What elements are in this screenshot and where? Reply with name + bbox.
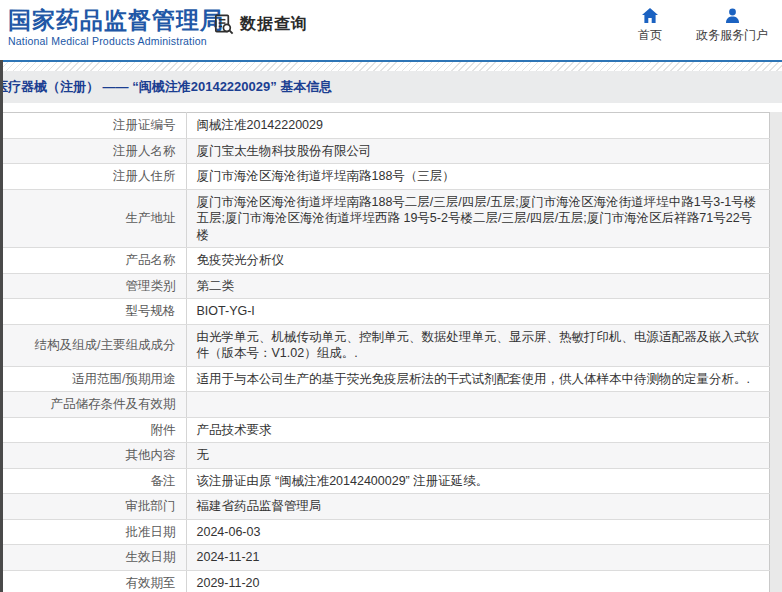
nmpa-logo[interactable]: 国家药品监督管理局 National Medical Products Admi… xyxy=(8,7,224,47)
table-row: 生效日期2024-11-21 xyxy=(0,545,770,571)
breadcrumb-band: 医疗器械（注册） —— “闽械注准20142220029” 基本信息 xyxy=(0,71,782,103)
row-label: 注册人名称 xyxy=(0,138,186,164)
row-value: 厦门宝太生物科技股份有限公司 xyxy=(186,138,770,164)
row-value: 适用于与本公司生产的基于荧光免疫层析法的干式试剂配套使用，供人体样本中待测物的定… xyxy=(186,366,770,392)
data-query-tab[interactable]: 数据查询 xyxy=(212,13,308,36)
row-value: 厦门市海沧区海沧街道坪埕南路188号二层/三层/四层/五层;厦门市海沧区海沧街道… xyxy=(186,189,770,248)
table-row: 管理类别第二类 xyxy=(0,273,770,299)
row-value: 厦门市海沧区海沧街道坪埕南路188号（三层） xyxy=(186,164,770,190)
row-label: 批准日期 xyxy=(0,519,186,545)
table-row: 产品名称免疫荧光分析仪 xyxy=(0,248,770,274)
row-label: 其他内容 xyxy=(0,443,186,469)
content-area: 注册证编号闽械注准20142220029注册人名称厦门宝太生物科技股份有限公司注… xyxy=(0,112,782,592)
nav-gov-portal[interactable]: 政务服务门户 xyxy=(696,8,768,44)
table-row: 审批部门福建省药品监督管理局 xyxy=(0,494,770,520)
table-row: 生产地址厦门市海沧区海沧街道坪埕南路188号二层/三层/四层/五层;厦门市海沧区… xyxy=(0,189,770,248)
table-row: 注册人住所厦门市海沧区海沧街道坪埕南路188号（三层） xyxy=(0,164,770,190)
row-value xyxy=(186,392,770,418)
row-value: 第二类 xyxy=(186,273,770,299)
row-label: 生效日期 xyxy=(0,545,186,571)
content-gap xyxy=(0,103,782,112)
row-value: 由光学单元、机械传动单元、控制单元、数据处理单元、显示屏、热敏打印机、电源适配器… xyxy=(186,324,770,366)
row-value: 2024-11-21 xyxy=(186,545,770,571)
row-value: 该注册证由原 “闽械注准20142400029” 注册证延续。 xyxy=(186,468,770,494)
person-icon xyxy=(725,8,740,23)
row-label: 有效期至 xyxy=(0,570,186,592)
row-label: 生产地址 xyxy=(0,189,186,248)
row-label: 审批部门 xyxy=(0,494,186,520)
row-label: 适用范围/预期用途 xyxy=(0,366,186,392)
row-value: 2029-11-20 xyxy=(186,570,770,592)
table-row: 型号规格BIOT-YG-I xyxy=(0,299,770,325)
row-value: 福建省药品监督管理局 xyxy=(186,494,770,520)
table-row: 批准日期2024-06-03 xyxy=(0,519,770,545)
row-value: 无 xyxy=(186,443,770,469)
row-value: 免疫荧光分析仪 xyxy=(186,248,770,274)
row-label: 备注 xyxy=(0,468,186,494)
table-row: 备注该注册证由原 “闽械注准20142400029” 注册证延续。 xyxy=(0,468,770,494)
row-value: BIOT-YG-I xyxy=(186,299,770,325)
table-row: 结构及组成/主要组成成分由光学单元、机械传动单元、控制单元、数据处理单元、显示屏… xyxy=(0,324,770,366)
breadcrumb: 医疗器械（注册） —— “闽械注准20142220029” 基本信息 xyxy=(0,78,332,96)
page: 国家药品监督管理局 National Medical Products Admi… xyxy=(0,0,782,592)
data-query-label: 数据查询 xyxy=(240,14,308,35)
row-label: 附件 xyxy=(0,417,186,443)
row-label: 注册证编号 xyxy=(0,113,186,139)
home-icon xyxy=(642,8,658,23)
info-table-body: 注册证编号闽械注准20142220029注册人名称厦门宝太生物科技股份有限公司注… xyxy=(0,113,770,592)
logo-subtitle: National Medical Products Administration xyxy=(8,35,224,47)
table-row: 附件产品技术要求 xyxy=(0,417,770,443)
table-row: 产品储存条件及有效期 xyxy=(0,392,770,418)
row-value: 闽械注准20142220029 xyxy=(186,113,770,139)
striped-divider xyxy=(0,62,782,71)
row-label: 型号规格 xyxy=(0,299,186,325)
table-row: 其他内容无 xyxy=(0,443,770,469)
logo-title: 国家药品监督管理局 xyxy=(8,7,224,33)
table-row: 适用范围/预期用途适用于与本公司生产的基于荧光免疫层析法的干式试剂配套使用，供人… xyxy=(0,366,770,392)
nav-home-label: 首页 xyxy=(638,27,662,44)
top-nav: 首页 政务服务门户 xyxy=(638,8,768,44)
table-row: 注册人名称厦门宝太生物科技股份有限公司 xyxy=(0,138,770,164)
document-search-icon xyxy=(212,13,235,36)
left-edge-strip xyxy=(0,60,3,592)
row-label: 注册人住所 xyxy=(0,164,186,190)
row-label: 结构及组成/主要组成成分 xyxy=(0,324,186,366)
table-row: 有效期至2029-11-20 xyxy=(0,570,770,592)
table-row: 注册证编号闽械注准20142220029 xyxy=(0,113,770,139)
row-label: 产品储存条件及有效期 xyxy=(0,392,186,418)
site-header: 国家药品监督管理局 National Medical Products Admi… xyxy=(0,0,782,60)
row-label: 产品名称 xyxy=(0,248,186,274)
row-value: 产品技术要求 xyxy=(186,417,770,443)
registration-info-table: 注册证编号闽械注准20142220029注册人名称厦门宝太生物科技股份有限公司注… xyxy=(0,112,770,592)
row-label: 管理类别 xyxy=(0,273,186,299)
row-value: 2024-06-03 xyxy=(186,519,770,545)
nav-home[interactable]: 首页 xyxy=(638,8,662,44)
nav-gov-portal-label: 政务服务门户 xyxy=(696,27,768,44)
